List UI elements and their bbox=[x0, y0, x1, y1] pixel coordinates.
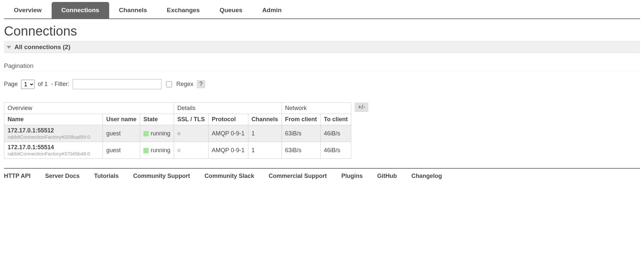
footer-http-api[interactable]: HTTP API bbox=[4, 173, 31, 180]
help-button[interactable]: ? bbox=[197, 80, 205, 88]
cell-from-client: 63iB/s bbox=[282, 142, 320, 159]
col-from-client[interactable]: From client bbox=[282, 114, 320, 125]
tab-channels[interactable]: Channels bbox=[109, 2, 157, 18]
table-row[interactable]: 172.17.0.1:55512 rabbitConnectionFactory… bbox=[4, 125, 351, 142]
state-running-icon bbox=[143, 148, 149, 153]
cell-state: running bbox=[140, 125, 174, 142]
cell-user: guest bbox=[103, 142, 140, 159]
footer-links: HTTP API Server Docs Tutorials Community… bbox=[4, 168, 640, 183]
cell-channels: 1 bbox=[248, 142, 282, 159]
section-header[interactable]: All connections (2) bbox=[4, 41, 640, 53]
col-state[interactable]: State bbox=[140, 114, 174, 125]
chevron-down-icon bbox=[7, 46, 11, 49]
cell-ssl: ○ bbox=[174, 142, 209, 159]
section-header-label: All connections (2) bbox=[14, 43, 70, 51]
cell-state: running bbox=[140, 142, 174, 159]
tab-exchanges[interactable]: Exchanges bbox=[157, 2, 210, 18]
regex-label: Regex bbox=[176, 81, 193, 88]
col-ssl[interactable]: SSL / TLS bbox=[174, 114, 209, 125]
group-overview: Overview bbox=[4, 103, 174, 114]
group-network: Network bbox=[282, 103, 351, 114]
tab-connections[interactable]: Connections bbox=[52, 2, 109, 18]
connection-name[interactable]: 172.17.0.1:55512 bbox=[8, 127, 99, 134]
table-row[interactable]: 172.17.0.1:55514 rabbitConnectionFactory… bbox=[4, 142, 351, 159]
col-channels[interactable]: Channels bbox=[248, 114, 282, 125]
footer-github[interactable]: GitHub bbox=[377, 173, 397, 180]
page-label: Page bbox=[4, 81, 18, 88]
footer-changelog[interactable]: Changelog bbox=[411, 173, 442, 180]
footer-commercial-support[interactable]: Commercial Support bbox=[269, 173, 327, 180]
group-details: Details bbox=[174, 103, 282, 114]
tab-overview[interactable]: Overview bbox=[4, 2, 52, 18]
cell-protocol: AMQP 0-9-1 bbox=[208, 142, 248, 159]
tab-admin[interactable]: Admin bbox=[252, 2, 291, 18]
filter-input[interactable] bbox=[73, 79, 161, 89]
connection-name[interactable]: 172.17.0.1:55514 bbox=[8, 144, 99, 151]
main-tabs: Overview Connections Channels Exchanges … bbox=[4, 2, 640, 19]
footer-server-docs[interactable]: Server Docs bbox=[45, 173, 80, 180]
cell-channels: 1 bbox=[248, 125, 282, 142]
col-name[interactable]: Name bbox=[4, 114, 103, 125]
cell-to-client: 46iB/s bbox=[320, 142, 351, 159]
page-title: Connections bbox=[4, 24, 640, 39]
columns-toggle-button[interactable]: +/- bbox=[355, 102, 368, 112]
page-select[interactable]: 1 bbox=[21, 80, 35, 89]
cell-ssl: ○ bbox=[174, 125, 209, 142]
cell-user: guest bbox=[103, 125, 140, 142]
filter-label: - Filter: bbox=[51, 81, 69, 88]
connections-table: Overview Details Network Name User name … bbox=[4, 102, 351, 159]
state-running-icon bbox=[143, 131, 149, 136]
cell-to-client: 46iB/s bbox=[320, 125, 351, 142]
col-user[interactable]: User name bbox=[103, 114, 140, 125]
col-protocol[interactable]: Protocol bbox=[208, 114, 248, 125]
footer-plugins[interactable]: Plugins bbox=[341, 173, 363, 180]
tab-queues[interactable]: Queues bbox=[210, 2, 252, 18]
footer-tutorials[interactable]: Tutorials bbox=[94, 173, 119, 180]
col-to-client[interactable]: To client bbox=[320, 114, 351, 125]
connection-sub: rabbitConnectionFactory#37045b48:0 bbox=[8, 151, 99, 156]
pagination-controls: Page 1 of 1 - Filter: Regex ? bbox=[4, 79, 640, 89]
cell-protocol: AMQP 0-9-1 bbox=[208, 125, 248, 142]
footer-community-slack[interactable]: Community Slack bbox=[205, 173, 254, 180]
cell-from-client: 63iB/s bbox=[282, 125, 320, 142]
regex-checkbox[interactable] bbox=[166, 81, 172, 87]
pagination-heading: Pagination bbox=[4, 62, 640, 71]
connection-sub: rabbitConnectionFactory#329bad59:0 bbox=[8, 134, 99, 140]
page-total: of 1 bbox=[38, 81, 48, 88]
footer-community-support[interactable]: Community Support bbox=[133, 173, 190, 180]
